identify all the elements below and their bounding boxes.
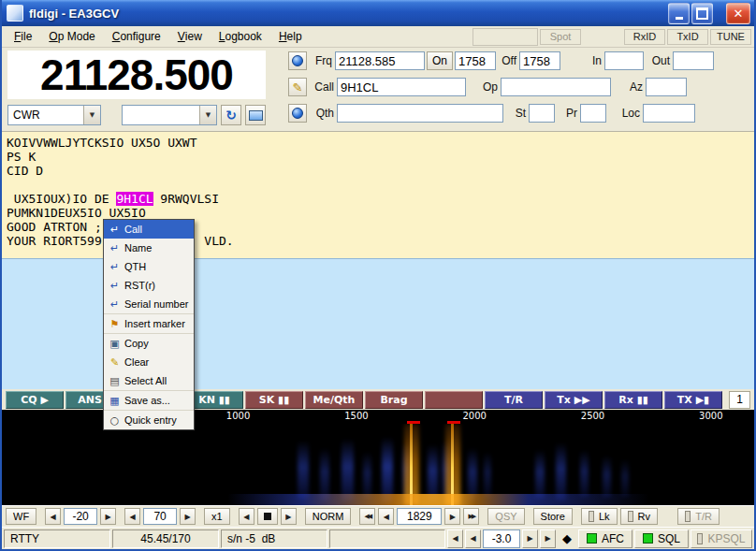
macro-button-sk[interactable]: SK ▮▮ [245, 391, 303, 409]
context-menu-item-label: Name [124, 242, 152, 254]
scroll-right-button[interactable]: ▶ [281, 508, 297, 525]
secondary-select[interactable]: ▼ [122, 105, 217, 125]
macro-button-t-r[interactable]: T/R [485, 391, 543, 409]
time-off-input[interactable] [519, 51, 560, 70]
carrier-down-button[interactable]: ◀ [378, 508, 394, 525]
frq-input[interactable] [335, 51, 425, 70]
menu-item-configure[interactable]: Configure [104, 26, 169, 47]
lock-button[interactable]: Lk [581, 508, 618, 525]
op-input[interactable] [501, 78, 611, 96]
context-menu-item-insert-marker[interactable]: ⚑Insert marker [104, 314, 194, 334]
carrier-up-button[interactable]: ▶ [444, 508, 460, 525]
refresh-button[interactable]: ↻ [221, 105, 241, 125]
carrier-frequency-value[interactable]: 1829 [397, 508, 442, 525]
macro-button-tx[interactable]: TX ▶▮ [664, 391, 722, 409]
kpsql-label: KPSQL [707, 532, 745, 545]
st-input[interactable] [529, 104, 555, 123]
close-button[interactable]: ✕ [726, 3, 750, 24]
wf-mode-button[interactable]: WF [6, 508, 36, 525]
mode-status[interactable]: RTTY [4, 529, 110, 548]
kpsql-toggle[interactable]: KPSQL [691, 529, 752, 548]
upper-signal-value[interactable]: -20 [64, 508, 97, 525]
pr-input[interactable] [580, 104, 606, 123]
zoom-button[interactable]: x1 [204, 508, 230, 525]
minimize-button[interactable] [668, 3, 690, 24]
afc-toggle[interactable]: AFC [578, 529, 632, 548]
mode-select[interactable]: CWR ▼ [7, 105, 101, 125]
menu-toggle-spot[interactable]: Spot [540, 29, 581, 45]
clear-log-button[interactable]: ✎ [288, 78, 307, 96]
store-button[interactable]: Store [533, 508, 573, 525]
qth-input[interactable] [337, 104, 503, 123]
carrier-fast-up-button[interactable]: ▶▶ [463, 508, 479, 525]
loc-label: Loc [616, 107, 643, 120]
time-on-input[interactable] [455, 51, 496, 70]
scroll-center-button[interactable] [257, 508, 278, 525]
context-menu-item-qth[interactable]: ↵QTH [104, 257, 194, 276]
menu-item-help[interactable]: Help [270, 26, 311, 47]
macro-set-button[interactable]: 1 [729, 391, 750, 409]
exchange-out-input[interactable] [673, 51, 714, 70]
context-menu-item-quick-entry[interactable]: ○Quick entry [104, 411, 194, 429]
context-menu-item-serial-number[interactable]: ↵Serial number [104, 295, 194, 314]
upper-signal-increase-button[interactable]: ▶ [100, 508, 116, 525]
map-lookup-button[interactable] [288, 104, 307, 123]
upper-signal-decrease-button[interactable]: ◀ [45, 508, 61, 525]
waterfall-display[interactable] [2, 424, 754, 505]
qsy-button[interactable]: QSY [487, 508, 524, 525]
tx-level-fast-up-button[interactable]: ▶ [540, 529, 556, 548]
menu-item-logbook[interactable]: Logbook [211, 26, 270, 47]
status-spacer [329, 529, 445, 548]
macro-button-cq[interactable]: CQ ▶ [6, 391, 64, 409]
shift-baud-status[interactable]: 45.45/170 [112, 529, 219, 548]
titlebar[interactable]: fldigi - EA3GCV ✕ [2, 0, 754, 26]
frequency-display[interactable]: 21128.500 [7, 51, 266, 99]
maximize-button[interactable] [691, 3, 713, 24]
display-mode-button[interactable]: NORM [305, 508, 352, 525]
menu-item-op-mode[interactable]: Op Mode [40, 26, 103, 47]
context-menu-item-rst-r[interactable]: ↵RST(r) [104, 276, 194, 295]
az-input[interactable] [646, 78, 687, 96]
context-menu-item-save-as[interactable]: ▦Save as... [104, 391, 194, 411]
signal-range-value[interactable]: 70 [143, 508, 177, 525]
menu-toggle-tune[interactable]: TUNE [710, 29, 751, 45]
tx-level-value[interactable]: -3.0 [483, 529, 520, 548]
signal-range-increase-button[interactable]: ▶ [180, 508, 196, 525]
tr-button[interactable]: T/R [677, 508, 720, 525]
rx-text-line: PS K [7, 150, 754, 164]
carrier-fast-down-button[interactable]: ◀◀ [359, 508, 375, 525]
call-input[interactable] [337, 78, 466, 96]
context-menu-item-select-all[interactable]: ▤Select All [104, 371, 194, 391]
context-menu-item-copy[interactable]: ▣Copy [104, 334, 194, 353]
scope-button[interactable] [245, 105, 266, 125]
reverse-button[interactable]: Rv [620, 508, 658, 525]
menu-item-view[interactable]: View [169, 26, 211, 47]
context-menu-item-name[interactable]: ↵Name [104, 239, 194, 257]
rx-text-line: KOIVVWWLJYTCKSIO UX5O UXWT [7, 136, 754, 150]
macro-button-slot-8[interactable] [425, 391, 483, 409]
waterfall-scale-label: 1500 [344, 411, 368, 421]
sql-toggle[interactable]: SQL [634, 529, 689, 548]
menu-item-file[interactable]: File [6, 26, 40, 47]
context-menu-item-clear[interactable]: ✎Clear [104, 353, 194, 371]
tx-level-up-button[interactable]: ▶ [522, 529, 538, 548]
exchange-in-input[interactable] [604, 51, 644, 70]
loc-input[interactable] [643, 104, 695, 123]
macro-button-rx[interactable]: Rx ▮▮ [604, 391, 662, 409]
tx-level-down-button[interactable]: ◀ [465, 529, 481, 548]
menu-toggle-rxid[interactable]: RxID [624, 29, 665, 45]
signal-range-decrease-button[interactable]: ◀ [124, 508, 140, 525]
tx-level-fast-down-button[interactable]: ◀ [447, 529, 463, 548]
scroll-left-button[interactable]: ◀ [239, 508, 254, 525]
macro-button-tx[interactable]: Tx ▶▶ [545, 391, 603, 409]
waterfall-signal [363, 452, 371, 499]
macro-button-me-qth[interactable]: Me/Qth [305, 391, 363, 409]
chevron-down-icon[interactable]: ▼ [199, 106, 216, 124]
time-on-button[interactable]: On [427, 51, 453, 70]
menu-toggle-txid[interactable]: TxID [667, 29, 708, 45]
chevron-down-icon[interactable]: ▼ [83, 106, 100, 124]
context-menu-item-call[interactable]: ↵Call [104, 220, 194, 239]
rx-highlighted-callsign[interactable]: 9H1CL [116, 192, 153, 206]
qrz-lookup-button[interactable] [288, 51, 307, 70]
macro-button-brag[interactable]: Brag [365, 391, 423, 409]
